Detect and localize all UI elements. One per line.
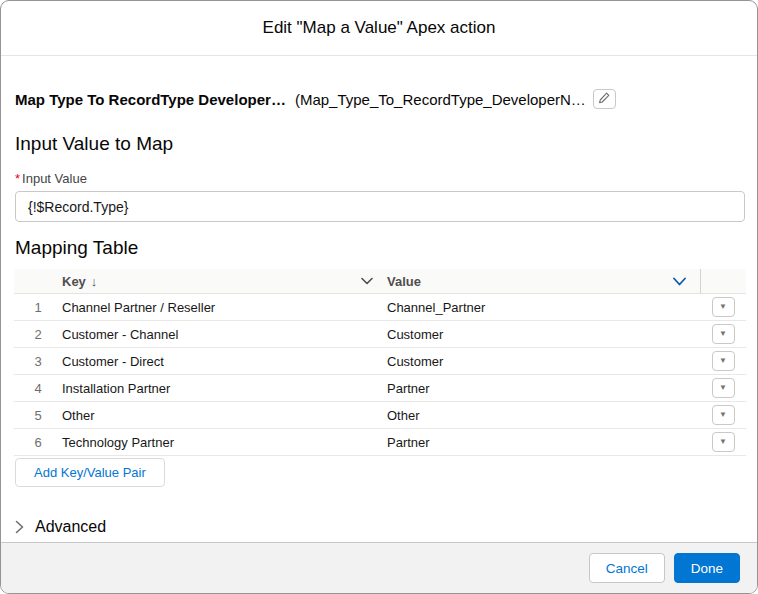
table-row: 2 Customer - Channel Customer ▼ — [14, 321, 746, 348]
row-actions-cell: ▼ — [700, 294, 746, 320]
row-number: 2 — [14, 327, 62, 342]
row-key-cell: Channel Partner / Reseller — [62, 300, 387, 315]
input-value-label-text: Input Value — [22, 171, 87, 186]
dropdown-triangle-icon: ▼ — [719, 438, 727, 446]
row-actions-cell: ▼ — [700, 321, 746, 347]
row-actions-menu-button[interactable]: ▼ — [712, 405, 735, 425]
row-number: 4 — [14, 381, 62, 396]
advanced-section-toggle[interactable]: Advanced — [15, 518, 743, 536]
row-value-cell: Partner — [387, 381, 700, 396]
modal-title: Edit "Map a Value" Apex action — [263, 18, 496, 38]
table-row: 6 Technology Partner Partner ▼ — [14, 429, 746, 456]
row-key-cell: Customer - Channel — [62, 327, 387, 342]
row-actions-menu-button[interactable]: ▼ — [712, 324, 735, 344]
row-number: 6 — [14, 435, 62, 450]
dropdown-triangle-icon: ▼ — [719, 357, 727, 365]
action-label: Map Type To RecordType Developer… — [15, 91, 286, 108]
row-key-cell: Technology Partner — [62, 435, 387, 450]
header-key-column[interactable]: Key ↓ — [62, 274, 387, 289]
table-header-row: Key ↓ Value — [14, 269, 746, 294]
row-value-cell: Channel_Partner — [387, 300, 700, 315]
key-column-label: Key — [62, 274, 86, 289]
header-value-column[interactable]: Value — [387, 274, 700, 289]
modal-header: Edit "Map a Value" Apex action — [1, 1, 757, 56]
row-key-cell: Installation Partner — [62, 381, 387, 396]
row-value-cell: Customer — [387, 327, 700, 342]
modal-footer: Cancel Done — [1, 542, 757, 593]
sort-descending-icon: ↓ — [91, 274, 98, 289]
input-value-field[interactable] — [15, 191, 745, 222]
table-row: 4 Installation Partner Partner ▼ — [14, 375, 746, 402]
row-key-cell: Customer - Direct — [62, 354, 387, 369]
edit-name-button[interactable] — [593, 89, 616, 109]
done-button[interactable]: Done — [674, 553, 740, 583]
row-value-cell: Partner — [387, 435, 700, 450]
modal-body: Map Type To RecordType Developer… (Map_T… — [1, 89, 757, 536]
table-row: 5 Other Other ▼ — [14, 402, 746, 429]
row-value-cell: Customer — [387, 354, 700, 369]
dropdown-triangle-icon: ▼ — [719, 384, 727, 392]
table-row: 1 Channel Partner / Reseller Channel_Par… — [14, 294, 746, 321]
edit-apex-action-modal: Edit "Map a Value" Apex action Map Type … — [0, 0, 758, 594]
dropdown-triangle-icon: ▼ — [719, 411, 727, 419]
input-section-heading: Input Value to Map — [15, 133, 743, 155]
row-actions-menu-button[interactable]: ▼ — [712, 351, 735, 371]
chevron-right-icon — [15, 520, 24, 534]
row-number: 5 — [14, 408, 62, 423]
chevron-down-icon[interactable] — [361, 277, 373, 285]
add-key-value-pair-button[interactable]: Add Key/Value Pair — [15, 458, 165, 487]
row-actions-cell: ▼ — [700, 429, 746, 455]
table-row: 3 Customer - Direct Customer ▼ — [14, 348, 746, 375]
row-actions-menu-button[interactable]: ▼ — [712, 297, 735, 317]
dropdown-triangle-icon: ▼ — [719, 330, 727, 338]
pencil-icon — [598, 92, 610, 107]
row-actions-cell: ▼ — [700, 402, 746, 428]
row-number: 1 — [14, 300, 62, 315]
dropdown-triangle-icon: ▼ — [719, 303, 727, 311]
row-actions-menu-button[interactable]: ▼ — [712, 378, 735, 398]
row-number: 3 — [14, 354, 62, 369]
required-asterisk: * — [15, 171, 20, 186]
mapping-table-heading: Mapping Table — [15, 237, 743, 259]
mapping-table: Key ↓ Value 1 Channel Partner / Reseller — [14, 269, 746, 456]
row-actions-cell: ▼ — [700, 348, 746, 374]
input-value-label: *Input Value — [15, 171, 743, 186]
action-name-row: Map Type To RecordType Developer… (Map_T… — [15, 89, 743, 109]
chevron-down-icon[interactable] — [673, 277, 686, 286]
row-key-cell: Other — [62, 408, 387, 423]
header-actions-column — [700, 269, 746, 293]
row-value-cell: Other — [387, 408, 700, 423]
advanced-section-label: Advanced — [35, 518, 106, 536]
action-api-name: (Map_Type_To_RecordType_DeveloperN… — [295, 91, 586, 108]
value-column-label: Value — [387, 274, 421, 289]
row-actions-cell: ▼ — [700, 375, 746, 401]
row-actions-menu-button[interactable]: ▼ — [712, 432, 735, 452]
cancel-button[interactable]: Cancel — [589, 553, 665, 583]
